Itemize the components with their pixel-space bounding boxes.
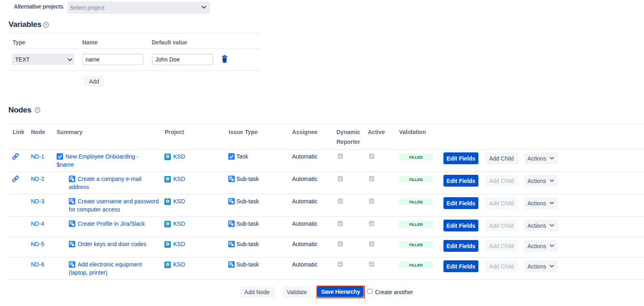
svg-text:?: ? — [45, 22, 47, 27]
svg-text:?: ? — [36, 108, 39, 112]
